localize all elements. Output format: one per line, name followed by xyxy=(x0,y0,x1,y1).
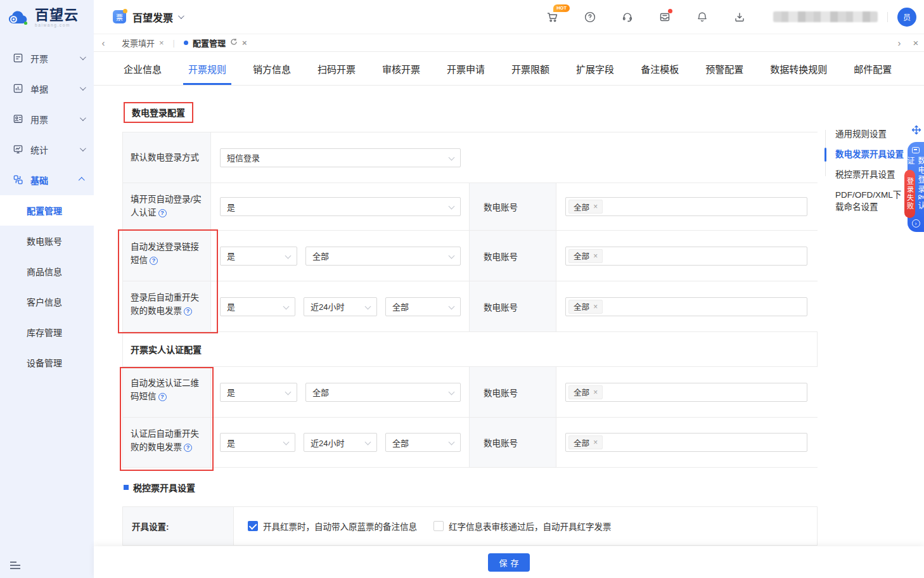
anchor-digital-invoice[interactable]: 数电发票开具设置 xyxy=(825,148,906,160)
section-bullet-icon xyxy=(124,485,129,490)
issue-settings-table: 开具设置: 开具红票时，自动带入原蓝票的备注信息 红字信息表审核通过后，自动开具… xyxy=(122,506,818,546)
sidebar-item-jichu[interactable]: 基础 xyxy=(0,165,94,195)
save-button[interactable]: 保存 xyxy=(488,553,530,572)
default-login-method-select[interactable]: 短信登录 xyxy=(220,148,461,167)
anchor-tax-control[interactable]: 税控票开具设置 xyxy=(825,169,906,181)
reopen-enable-select[interactable]: 是 xyxy=(220,297,295,316)
remove-tag-icon[interactable]: × xyxy=(593,202,598,211)
login-sms-scope-select[interactable]: 全部 xyxy=(305,247,461,266)
account-tag: 全部× xyxy=(568,435,603,449)
account-tag-input[interactable]: 全部× xyxy=(565,433,807,452)
auth-reopen-scope-select[interactable]: 全部 xyxy=(385,433,461,452)
subitem-label: 商品信息 xyxy=(27,265,62,278)
help-icon[interactable]: ? xyxy=(184,307,192,316)
tab-remark-template[interactable]: 备注模板 xyxy=(639,52,681,85)
expand-more-icon[interactable]: › xyxy=(912,219,920,228)
download-icon[interactable] xyxy=(733,10,747,24)
close-tab-icon[interactable]: × xyxy=(242,38,247,48)
tab-review-invoicing[interactable]: 审核开票 xyxy=(380,52,422,85)
qr-sms-enable-select[interactable]: 是 xyxy=(220,383,297,402)
app-switcher[interactable]: 票 百望发票 xyxy=(113,10,183,25)
select-value: 近24小时 xyxy=(311,300,344,312)
account-tag-input[interactable]: 全部× xyxy=(565,383,807,402)
sidebar-item-yongpiao[interactable]: 用票 xyxy=(0,104,94,134)
auth-reopen-window-select[interactable]: 近24小时 xyxy=(304,433,377,452)
close-tab-icon[interactable]: × xyxy=(159,38,164,48)
subitem-label: 设备管理 xyxy=(27,356,62,369)
tabs-scroll-right-icon[interactable]: › xyxy=(891,37,908,48)
tab-invoicing-rules[interactable]: 开票规则 xyxy=(186,52,228,85)
checkbox-auto-issue-red[interactable] xyxy=(433,521,444,531)
active-dot-icon xyxy=(184,41,188,45)
sidebar-subitem-digital-account[interactable]: 数电账号 xyxy=(0,226,94,256)
drag-move-icon[interactable] xyxy=(911,125,921,138)
cart-icon[interactable]: HOT xyxy=(546,10,560,24)
reopen-scope-select[interactable]: 全部 xyxy=(385,297,461,316)
checkbox-red-invoice-remark[interactable] xyxy=(248,521,258,531)
content-tabs: 企业信息 开票规则 销方信息 扫码开票 审核开票 开票申请 开票限额 扩展字段 … xyxy=(94,52,924,86)
tag-label: 全部 xyxy=(574,300,589,312)
tab-extended-fields[interactable]: 扩展字段 xyxy=(574,52,616,85)
tabs-scroll-left-icon[interactable]: ‹ xyxy=(94,37,113,48)
sidebar-subitem-devices[interactable]: 设备管理 xyxy=(0,347,94,378)
sidebar-item-kaipiao[interactable]: 开票 xyxy=(0,43,94,74)
account-label-cell: 数电账号 xyxy=(469,281,556,331)
sidebar-subitem-goods[interactable]: 商品信息 xyxy=(0,256,94,286)
chevron-down-icon xyxy=(449,439,455,446)
account-tag: 全部× xyxy=(568,200,603,214)
user-ticket-icon xyxy=(13,113,23,124)
remove-tag-icon[interactable]: × xyxy=(593,252,598,260)
sidebar-item-tongji[interactable]: 统计 xyxy=(0,134,94,165)
anchor-pdf-naming[interactable]: PDF/OFD/XML下载命名设置 xyxy=(825,189,906,213)
tab-alert-config[interactable]: 预警配置 xyxy=(703,52,745,85)
close-all-tabs-icon[interactable]: × xyxy=(908,37,924,48)
inbox-message-icon[interactable] xyxy=(658,10,672,24)
help-icon[interactable]: ? xyxy=(184,444,192,452)
account-tag-input[interactable]: 全部× xyxy=(565,297,807,316)
sidebar-subitem-config[interactable]: 配置管理 xyxy=(0,195,94,226)
field-label-cell: 填开页自动登录/实人认证? xyxy=(123,183,211,230)
tab-scan-invoicing[interactable]: 扫码开票 xyxy=(316,52,357,85)
avatar[interactable]: 员 xyxy=(897,8,916,27)
tab-mail-config[interactable]: 邮件配置 xyxy=(852,52,894,85)
reopen-window-select[interactable]: 近24小时 xyxy=(304,297,377,316)
login-sms-enable-select[interactable]: 是 xyxy=(220,247,297,266)
help-icon[interactable]: ? xyxy=(158,393,167,401)
headset-icon[interactable] xyxy=(620,10,634,24)
sidebar-subitem-inventory[interactable]: 库存管理 xyxy=(0,317,94,347)
qr-sms-scope-select[interactable]: 全部 xyxy=(305,383,461,402)
tag-label: 全部 xyxy=(574,386,589,398)
tab-invoice-fill[interactable]: 发票填开 × xyxy=(113,34,173,51)
account-tag-input[interactable]: 全部× xyxy=(565,247,807,266)
auth-reopen-enable-select[interactable]: 是 xyxy=(220,433,295,452)
help-icon[interactable] xyxy=(583,10,597,24)
sidebar-item-label: 开票 xyxy=(30,52,48,65)
help-icon[interactable]: ? xyxy=(158,209,167,217)
sidebar-collapse-icon[interactable] xyxy=(10,562,20,569)
tab-seller-info[interactable]: 销方信息 xyxy=(251,52,293,85)
sidebar-item-danju[interactable]: 单据 xyxy=(0,74,94,104)
tab-data-conversion[interactable]: 数据转换规则 xyxy=(768,52,829,85)
top-header: 票 百望发票 HOT 员 xyxy=(94,0,924,34)
login-failed-badge[interactable]: 登录失败 xyxy=(904,170,915,218)
tab-enterprise-info[interactable]: 企业信息 xyxy=(122,52,164,85)
sidebar-subitem-customers[interactable]: 客户信息 xyxy=(0,286,94,317)
refresh-icon[interactable] xyxy=(230,38,238,48)
anchor-general-rules[interactable]: 通用规则设置 xyxy=(825,128,906,140)
tab-config-management[interactable]: 配置管理 × xyxy=(175,34,256,51)
tab-label: 配置管理 xyxy=(193,37,226,49)
bell-icon[interactable] xyxy=(695,10,709,24)
account-tag-input[interactable]: 全部× xyxy=(565,197,807,216)
tab-invoicing-limit[interactable]: 开票限额 xyxy=(510,52,551,85)
tab-invoicing-apply[interactable]: 开票申请 xyxy=(445,52,487,85)
field-label-cell: 默认数电登录方式 xyxy=(123,132,211,183)
section-title-tax-control: 税控票开具设置 xyxy=(124,481,818,494)
field-label-cell: 自动发送登录链接短信? xyxy=(123,231,211,281)
remove-tag-icon[interactable]: × xyxy=(593,388,598,397)
document-chart-icon xyxy=(13,83,23,94)
account-label-cell: 数电账号 xyxy=(469,183,556,230)
auto-login-select[interactable]: 是 xyxy=(220,197,461,216)
help-icon[interactable]: ? xyxy=(150,257,158,265)
remove-tag-icon[interactable]: × xyxy=(593,438,598,447)
remove-tag-icon[interactable]: × xyxy=(593,302,598,311)
